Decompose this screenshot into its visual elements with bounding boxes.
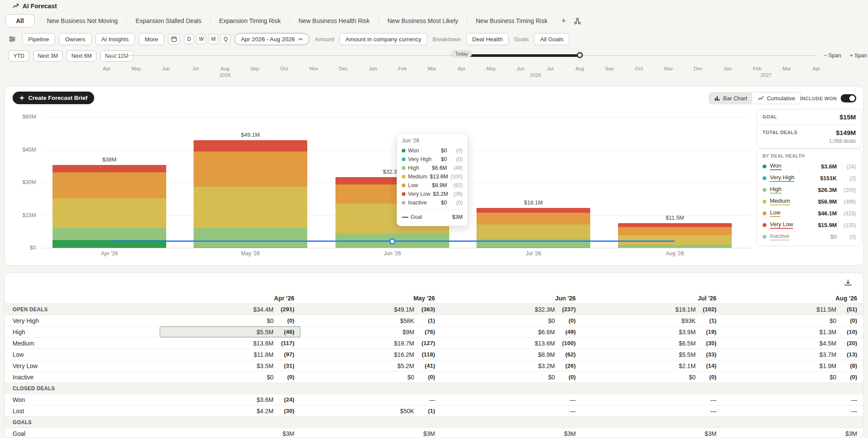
table-cell-goal-jul-26[interactable]: $3M (582, 428, 723, 438)
breakdown-selector[interactable]: Deal Health (466, 33, 509, 45)
table-cell-lost-jul-26[interactable]: — (582, 405, 723, 416)
table-cell-goals-jun-26[interactable] (441, 417, 582, 428)
timeline-selected-range[interactable] (462, 54, 580, 57)
table-cell-open-deals-may-26[interactable]: $49.1M(363) (300, 304, 441, 315)
tab-new-business-health-risk[interactable]: New Business Health Risk (290, 15, 378, 27)
table-cell-low-apr-26[interactable]: $11.8M(97) (160, 349, 300, 360)
segment-medium-aug-26[interactable] (618, 235, 732, 245)
toolbar-button-owners[interactable]: Owners (59, 33, 92, 45)
table-cell-open-deals-apr-26[interactable]: $34.4M(291) (160, 304, 300, 315)
tab-all[interactable]: All (5, 14, 35, 27)
deal-health-row-won[interactable]: Won$3.6M(24) (763, 161, 856, 172)
granularity-w[interactable]: W (196, 34, 206, 44)
table-cell-very-low-apr-26[interactable]: $3.5M(31) (160, 360, 300, 371)
deal-health-row-low[interactable]: Low$46.1M(323) (763, 207, 856, 219)
tab-new-business-not-moving[interactable]: New Business Not Moving (38, 15, 126, 27)
segment-medium-apr-26[interactable] (53, 198, 166, 228)
tab-new-business-timing-risk[interactable]: New Business Timing Risk (467, 15, 556, 27)
preset-next-12m[interactable]: Next 12M (100, 50, 133, 62)
table-cell-won-apr-26[interactable]: $3.6M(24) (160, 394, 300, 405)
table-cell-medium-apr-26[interactable]: $13.6M(117) (160, 338, 300, 349)
segment-high-apr-26[interactable] (53, 228, 166, 240)
table-cell-goal-jun-26[interactable]: $3M (441, 428, 582, 438)
segment-medium-may-26[interactable] (194, 187, 307, 227)
amount-selector[interactable]: Amount in company currency (339, 33, 427, 45)
date-range-selector[interactable]: Apr 2026 - Aug 2026 (234, 33, 309, 45)
ai-views-button[interactable] (571, 17, 584, 25)
table-cell-open-deals-jun-26[interactable]: $32.3M(237) (441, 304, 582, 315)
deal-health-row-very-high[interactable]: Very High$151K(2) (763, 172, 856, 184)
toolbar-button-ai-insights[interactable]: AI Insights (95, 33, 135, 45)
table-cell-closed-deals-jun-26[interactable] (441, 383, 582, 394)
table-cell-very-high-apr-26[interactable]: $0(0) (160, 315, 300, 326)
table-cell-lost-jun-26[interactable]: — (441, 405, 582, 416)
add-view-button[interactable]: + (556, 16, 571, 26)
table-cell-inactive-apr-26[interactable]: $0(0) (160, 372, 300, 382)
segment-low-apr-26[interactable] (53, 172, 166, 198)
table-cell-very-low-jun-26[interactable]: $3.2M(26) (441, 360, 582, 371)
segment-medium-jul-26[interactable] (477, 224, 590, 239)
segment-high-jul-26[interactable] (477, 239, 590, 247)
range-end-handle[interactable] (577, 52, 583, 58)
table-cell-low-jul-26[interactable]: $5.5M(33) (582, 349, 723, 360)
download-button[interactable] (842, 277, 854, 288)
table-cell-closed-deals-aug-26[interactable] (723, 383, 863, 394)
table-cell-closed-deals-jul-26[interactable] (582, 383, 723, 394)
table-cell-goals-apr-26[interactable] (160, 417, 300, 428)
deal-health-row-medium[interactable]: Medium$56.9M(399) (763, 196, 856, 207)
table-cell-goal-may-26[interactable]: $3M (300, 428, 441, 438)
table-cell-lost-aug-26[interactable]: — (723, 405, 863, 416)
table-cell-open-deals-aug-26[interactable]: $11.5M(51) (723, 304, 863, 315)
table-cell-high-may-26[interactable]: $9M(76) (300, 326, 441, 337)
table-cell-very-low-aug-26[interactable]: $1.9M(8) (723, 360, 863, 371)
segment-very-high-may-26[interactable] (194, 247, 307, 248)
table-cell-won-may-26[interactable]: — (300, 394, 441, 405)
segment-very-high-jul-26[interactable] (477, 247, 590, 248)
deal-health-row-very-low[interactable]: Very Low$15.9M(120) (763, 219, 856, 231)
decrease-span-button[interactable]: − Span (824, 53, 841, 59)
table-cell-very-high-jul-26[interactable]: $93K(1) (582, 315, 723, 326)
deal-health-row-inactive[interactable]: Inactive$0(0) (763, 231, 856, 243)
table-cell-very-low-may-26[interactable]: $5.2M(41) (300, 360, 441, 371)
table-cell-high-jun-26[interactable]: $6.6M(49) (441, 326, 582, 337)
table-cell-goals-jul-26[interactable] (582, 417, 723, 428)
calendar-button[interactable] (168, 34, 180, 44)
table-cell-medium-jul-26[interactable]: $6.5M(35) (582, 338, 723, 349)
table-cell-low-may-26[interactable]: $16.2M(118) (300, 349, 441, 360)
preset-next-3m[interactable]: Next 3M (33, 50, 63, 62)
table-cell-low-aug-26[interactable]: $3.7M(13) (723, 349, 863, 360)
granularity-d[interactable]: D (184, 34, 194, 44)
segment-high-may-26[interactable] (194, 228, 307, 247)
table-cell-high-jul-26[interactable]: $3.9M(19) (582, 326, 723, 337)
segment-very-low-aug-26[interactable] (618, 223, 732, 227)
table-cell-closed-deals-apr-26[interactable] (160, 383, 300, 394)
segment-low-jul-26[interactable] (477, 213, 590, 225)
table-cell-goals-aug-26[interactable] (723, 417, 863, 428)
preset-ytd[interactable]: YTD (9, 50, 29, 62)
increase-span-button[interactable]: + Span (850, 53, 867, 59)
table-cell-goals-may-26[interactable] (300, 417, 441, 428)
table-cell-medium-aug-26[interactable]: $4.5M(20) (723, 338, 863, 349)
segment-very-low-jul-26[interactable] (477, 208, 590, 213)
table-cell-won-jul-26[interactable]: — (582, 394, 723, 405)
table-cell-won-aug-26[interactable]: — (723, 394, 863, 405)
granularity-m[interactable]: M (208, 34, 218, 44)
deal-health-row-high[interactable]: High$26.3M(200) (763, 184, 856, 196)
tab-expansion-stalled-deals[interactable]: Expansion Stalled Deals (127, 15, 210, 27)
segment-low-aug-26[interactable] (618, 227, 732, 235)
table-cell-inactive-may-26[interactable]: $0(0) (300, 372, 441, 382)
table-cell-open-deals-jul-26[interactable]: $18.1M(102) (582, 304, 723, 315)
toolbar-button-more[interactable]: More (139, 33, 164, 45)
table-cell-won-jun-26[interactable]: — (441, 394, 582, 405)
table-cell-very-high-may-26[interactable]: $58K(1) (300, 315, 441, 326)
table-cell-inactive-aug-26[interactable]: $0(0) (723, 372, 863, 382)
view-options-button[interactable] (6, 33, 18, 45)
table-cell-very-high-aug-26[interactable]: $0(0) (723, 315, 863, 326)
table-cell-inactive-jun-26[interactable]: $0(0) (441, 372, 582, 382)
segment-high-aug-26[interactable] (618, 245, 732, 248)
table-cell-medium-jun-26[interactable]: $13.6M(100) (441, 338, 582, 349)
table-cell-inactive-jul-26[interactable]: $0(0) (582, 372, 723, 382)
table-cell-very-high-jun-26[interactable]: $0(0) (441, 315, 582, 326)
table-cell-high-apr-26[interactable]: $5.5M(46) (160, 326, 300, 337)
granularity-q[interactable]: Q (220, 34, 230, 44)
